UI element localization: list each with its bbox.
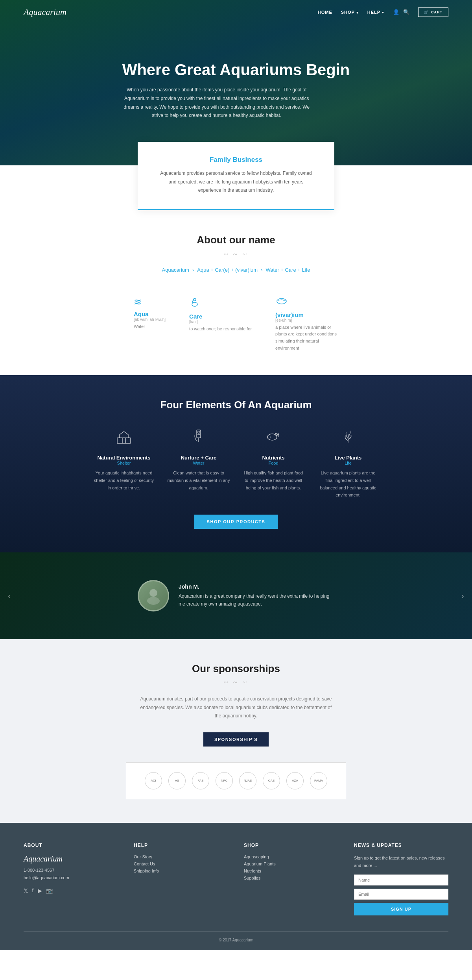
nutrients-icon: [242, 427, 305, 449]
footer-about-heading: ABOUT: [24, 843, 118, 848]
word-vivarium-term: (vivar)ium: [275, 311, 338, 318]
hero-headline: Where Great Aquariums Begin: [122, 61, 350, 79]
nav-help[interactable]: HELP ▾: [367, 10, 384, 15]
about-section: About our name ~ ~ ~ Aquacarium › Aqua +…: [0, 210, 472, 375]
element-nurture: Nurture + Care Water Clean water that is…: [167, 427, 230, 499]
word-vivarium-phonetic: [ee-uh m]: [275, 318, 338, 322]
footer-logo: Aquacarium: [24, 854, 118, 863]
svg-point-0: [192, 302, 197, 306]
sponsor-logo-6: CAS: [263, 772, 280, 789]
cart-button[interactable]: 🛒 CART: [418, 7, 448, 17]
breadcrumb-arrow-2: ›: [261, 267, 262, 273]
footer-link-shipping[interactable]: Shipping Info: [134, 869, 228, 873]
element-natural: Natural Environments Shelter Your aquati…: [92, 427, 155, 499]
footer-name-input[interactable]: [354, 874, 448, 886]
footer-news-heading: NEWS & UPDATES: [354, 843, 448, 848]
sponsor-logo-4: NFC: [216, 772, 233, 789]
word-care-phonetic: [kair]: [189, 320, 252, 324]
aqua-icon: ≋: [134, 296, 166, 308]
hero-content: Where Great Aquariums Begin When you are…: [122, 61, 350, 120]
family-business-wrap: Family Business Aquacarium provides pers…: [0, 142, 472, 210]
family-business-description: Aquacarium provides personal service to …: [157, 169, 315, 195]
footer-help-col: HELP Our Story Contact Us Shipping Info: [134, 843, 228, 916]
svg-point-12: [270, 437, 271, 438]
testimonial-prev[interactable]: ‹: [8, 591, 11, 600]
family-business-card: Family Business Aquacarium provides pers…: [138, 142, 334, 210]
element-nurture-sub: Water: [167, 461, 230, 465]
nav-links: HOME SHOP ▾ HELP ▾ 👤 🔍 🛒 CART: [318, 7, 448, 17]
sponsor-logo-1: ACI: [145, 772, 162, 789]
family-business-title: Family Business: [157, 156, 315, 164]
svg-rect-4: [117, 438, 131, 443]
word-vivarium-def: a place where live animals or plants are…: [275, 324, 338, 352]
facebook-icon[interactable]: f: [32, 887, 34, 894]
vivarium-icon: [275, 296, 338, 308]
testimonial-next[interactable]: ›: [461, 591, 464, 600]
footer-shop-col: SHOP Aquascaping Aquarium Plants Nutrien…: [244, 843, 338, 916]
breadcrumb-full: Water + Care + Life: [266, 267, 310, 273]
word-aqua-term: Aqua: [134, 311, 166, 317]
footer-news-col: NEWS & UPDATES Sign up to get the latest…: [354, 843, 448, 916]
element-plants-sub: Life: [317, 461, 380, 465]
testimonial-name: John M.: [179, 584, 334, 590]
nav-icons: 👤 🔍: [393, 9, 409, 15]
word-aqua-phonetic: [ak-wuh, ah-kwuh]: [134, 317, 166, 322]
element-plants-name: Live Plants: [317, 455, 380, 461]
sponsorships-divider: ~ ~ ~: [16, 678, 456, 687]
shop-products-button[interactable]: SHOP OUR PRODUCTS: [194, 515, 278, 529]
word-def-vivarium: (vivar)ium [ee-uh m] a place where live …: [275, 296, 338, 352]
nav-home[interactable]: HOME: [318, 10, 332, 15]
sponsor-logo-8: FAMA: [310, 772, 327, 789]
twitter-icon[interactable]: 𝕏: [24, 887, 28, 894]
footer-link-nutrients[interactable]: Nutrients: [244, 869, 338, 873]
element-nurture-desc: Clean water that is easy to maintain is …: [167, 469, 230, 491]
footer-help-heading: HELP: [134, 843, 228, 848]
footer-link-aquascaping[interactable]: Aquascaping: [244, 854, 338, 859]
about-divider: ~ ~ ~: [16, 250, 456, 259]
signup-button[interactable]: SIGN UP: [354, 903, 448, 915]
natural-icon: [92, 427, 155, 449]
nav-logo[interactable]: Aquacarium: [24, 7, 66, 17]
element-nutrients-sub: Food: [242, 461, 305, 465]
footer-link-supplies[interactable]: Supplies: [244, 876, 338, 880]
user-icon[interactable]: 👤: [393, 9, 399, 15]
testimonial-section: ‹ John M. Aquacarium is a great company …: [0, 552, 472, 639]
word-def-aqua: ≋ Aqua [ak-wuh, ah-kwuh] Water: [134, 296, 166, 352]
nav-shop[interactable]: SHOP ▾: [341, 10, 359, 15]
element-nutrients-desc: High quality fish and plant food to impr…: [242, 469, 305, 491]
youtube-icon[interactable]: ▶: [38, 887, 42, 894]
footer-about-col: ABOUT Aquacarium 1-800-123-4567 hello@aq…: [24, 843, 118, 916]
svg-point-14: [149, 589, 157, 597]
cart-label: CART: [431, 10, 442, 14]
breadcrumb-middle: Aqua + Car(e) + (vivar)ium: [197, 267, 258, 273]
plants-icon: [317, 427, 380, 449]
elements-grid: Natural Environments Shelter Your aquati…: [16, 427, 456, 499]
elements-title: Four Elements Of An Aquarium: [16, 399, 456, 411]
element-nutrients-name: Nutrients: [242, 455, 305, 461]
footer-link-contact[interactable]: Contact Us: [134, 861, 228, 866]
element-natural-desc: Your aquatic inhabitants need shelter an…: [92, 469, 155, 491]
footer-news-desc: Sign up to get the latest on sales, new …: [354, 854, 448, 870]
svg-point-2: [277, 298, 286, 304]
footer-social: 𝕏 f ▶ 📷: [24, 887, 118, 894]
footer-bottom: © 2017 Aquacarium: [24, 931, 448, 942]
word-aqua-def: Water: [134, 323, 166, 330]
footer-link-plants[interactable]: Aquarium Plants: [244, 861, 338, 866]
about-title: About our name: [16, 234, 456, 246]
footer-link-our-story[interactable]: Our Story: [134, 854, 228, 859]
search-icon[interactable]: 🔍: [403, 9, 409, 15]
instagram-icon[interactable]: 📷: [46, 887, 53, 894]
footer-email: hello@aquacarium.com: [24, 874, 118, 882]
sponsorship-button[interactable]: SPONSORSHIP'S: [203, 732, 269, 747]
element-plants-desc: Live aquarium plants are the final ingre…: [317, 469, 380, 499]
element-nutrients: Nutrients Food High quality fish and pla…: [242, 427, 305, 499]
element-natural-name: Natural Environments: [92, 455, 155, 461]
element-natural-sub: Shelter: [92, 461, 155, 465]
svg-point-15: [147, 597, 160, 605]
testimonial-quote: Aquacarium is a great company that reall…: [179, 592, 334, 608]
word-care-term: Care: [189, 313, 252, 320]
sponsorships-title: Our sponsorships: [16, 663, 456, 675]
footer-email-input[interactable]: [354, 889, 448, 900]
footer-phone: 1-800-123-4567: [24, 867, 118, 874]
footer-shop-heading: SHOP: [244, 843, 338, 848]
